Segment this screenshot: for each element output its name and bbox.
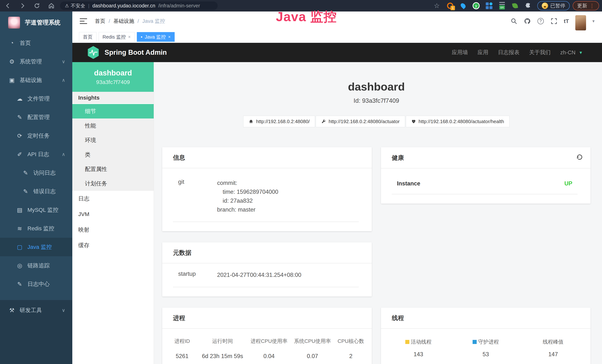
sba-language-select[interactable]: zh-CN <box>560 50 575 56</box>
instance-item-mappings[interactable]: 映射 <box>72 222 154 237</box>
insight-item-metrics[interactable]: 性能 <box>72 118 154 133</box>
sba-nav-journal[interactable]: 日志报表 <box>498 49 519 56</box>
sba-logo-icon <box>87 46 99 59</box>
instance-links: http://192.168.0.2:48080/ http://192.168… <box>162 116 591 127</box>
instance-actuator-link[interactable]: http://192.168.0.2:48080/actuator <box>316 116 405 127</box>
paused-chip[interactable]: 已暂停 <box>537 1 570 11</box>
github-icon[interactable] <box>524 18 531 25</box>
extension-grid-icon[interactable] <box>485 2 493 10</box>
sba-nav-about[interactable]: 关于我们 <box>529 49 551 56</box>
metadata-card-title: 元数据 <box>173 249 191 257</box>
tab-home[interactable]: 首页 <box>79 32 97 42</box>
sidebar-item-java-monitor[interactable]: ▢ Java 监控 <box>0 238 72 256</box>
main-area: 首页 / 基础设施 / Java 监控 ? tT ▾ 首页 Redis 监控 ×… <box>72 11 602 364</box>
sba-brand[interactable]: Spring Boot Admin <box>105 49 167 56</box>
col-header-system-cpu: 系统CPU使用率 <box>291 338 334 345</box>
info-row-label: git <box>178 179 217 214</box>
process-card: 进程 进程ID 运行时间 进程CPU使用率 系统CPU使用率 CPU核心数 52… <box>162 308 372 364</box>
sba-nav-wallboard[interactable]: 应用墙 <box>452 49 468 56</box>
close-icon[interactable]: × <box>128 34 131 40</box>
insight-item-details[interactable]: 细节 <box>72 104 154 118</box>
browser-reload-icon[interactable] <box>33 2 40 9</box>
insights-group: Insights 细节 性能 环境 类 配置属性 计划任务 <box>72 92 154 191</box>
extension-green-icon[interactable]: y <box>473 2 480 10</box>
value-process-cpu: 0.04 <box>247 353 291 360</box>
user-caret-icon[interactable]: ▾ <box>592 19 595 24</box>
sidebar-item-log-center[interactable]: ✎ 日志中心 <box>0 275 72 293</box>
extension-badge: 1 <box>451 6 455 10</box>
app-logo[interactable]: 芋道管理系统 <box>0 11 72 34</box>
instance-home-link[interactable]: http://192.168.0.2:48080/ <box>243 116 315 127</box>
sidebar-item-home[interactable]: ◔ 首页 <box>0 34 72 52</box>
extension-on-icon[interactable]: on <box>498 2 506 10</box>
sidebar-item-mysql-monitor[interactable]: ▤ MySQL 监控 <box>0 201 72 219</box>
extension-orange-icon[interactable]: 1 <box>446 2 454 10</box>
warning-icon: ⚠ <box>65 3 69 8</box>
sidebar-item-scheduled-jobs[interactable]: ⟳ 定时任务 <box>0 127 72 145</box>
language-caret-icon[interactable]: ▾ <box>580 50 582 55</box>
breadcrumb-infra[interactable]: 基础设施 <box>113 18 134 25</box>
instance-item-jvm[interactable]: JVM <box>72 206 154 222</box>
page-title: dashboard <box>162 80 591 93</box>
sidebar-item-config-management[interactable]: ✎ 配置管理 <box>0 108 72 127</box>
browser-forward-icon[interactable] <box>19 2 26 9</box>
chevron-down-icon: ∨ <box>62 59 65 64</box>
browser-home-icon[interactable] <box>48 2 55 9</box>
git-time-line: time: 1596289704000 <box>217 187 278 196</box>
font-size-icon[interactable]: tT <box>564 18 569 24</box>
tab-java-monitor[interactable]: ● Java 监控 × <box>137 32 175 42</box>
tab-redis-monitor[interactable]: Redis 监控 × <box>99 32 135 42</box>
sidebar-item-dev-tools[interactable]: ⚒ 研发工具 ∨ <box>0 300 72 321</box>
url-host: dashboard.yudao.iocoder.cn <box>92 3 155 9</box>
wrench-icon <box>321 119 326 124</box>
history-icon: ⟳ <box>15 132 24 139</box>
help-icon[interactable]: ? <box>537 18 544 25</box>
breadcrumb-home[interactable]: 首页 <box>95 18 105 25</box>
sidebar-item-infrastructure[interactable]: ▣ 基础设施 ∧ <box>0 71 72 89</box>
sidebar-item-redis-monitor[interactable]: ≋ Redis 监控 <box>0 219 72 238</box>
security-chip[interactable]: ⚠ 不安全 <box>65 3 85 9</box>
info-card: 信息 git commit: time: 1596289704000 id: 2… <box>162 147 372 231</box>
insight-item-classes[interactable]: 类 <box>72 147 154 162</box>
status-badge: UP <box>564 180 572 187</box>
extension-leaf-icon[interactable] <box>511 2 519 10</box>
breadcrumb-separator: / <box>109 18 110 24</box>
value-pid: 5261 <box>166 353 198 360</box>
fullscreen-icon[interactable] <box>550 18 558 25</box>
extension-pin-icon[interactable] <box>459 2 467 10</box>
pen-icon: ✐ <box>15 151 24 158</box>
sidebar-item-file-management[interactable]: ☁ 文件管理 <box>0 89 72 108</box>
app-avatar <box>8 17 20 29</box>
sba-nav-applications[interactable]: 应用 <box>478 49 488 56</box>
user-avatar[interactable] <box>575 15 586 30</box>
pen-icon: ✎ <box>15 281 24 288</box>
menu-fold-icon[interactable] <box>80 18 87 24</box>
bookmark-star-icon[interactable]: ☆ <box>434 2 440 10</box>
metadata-row-value: 2021-04-27T00:44:31.254+08:00 <box>217 270 301 279</box>
sidebar-item-tracing[interactable]: ◎ 链路追踪 <box>0 256 72 275</box>
browser-menu-icon[interactable]: ⋮ <box>589 3 595 9</box>
app-title: 芋道管理系统 <box>25 19 60 27</box>
sidebar-item-api-logs[interactable]: ✐ API 日志 ∧ <box>0 145 72 163</box>
sidebar-item-error-logs[interactable]: ✎ 错误日志 <box>0 182 72 201</box>
close-icon[interactable]: × <box>168 34 171 40</box>
instance-item-caches[interactable]: 缓存 <box>72 237 154 253</box>
address-bar[interactable]: ⚠ 不安全 | dashboard.yudao.iocoder.cn/infra… <box>60 1 218 10</box>
instance-item-logs[interactable]: 日志 <box>72 191 154 206</box>
update-button[interactable]: 更新 ⋮ <box>573 1 599 11</box>
instance-health-link[interactable]: http://192.168.0.2:48080/actuator/health <box>406 116 509 127</box>
sidebar-item-system[interactable]: ⚙ 系统管理 ∨ <box>0 52 72 71</box>
insight-item-environment[interactable]: 环境 <box>72 133 154 147</box>
sidebar-item-access-logs[interactable]: ✎ 访问日志 <box>0 163 72 182</box>
browser-back-icon[interactable] <box>4 2 11 9</box>
extensions-puzzle-icon[interactable] <box>524 2 532 10</box>
search-icon[interactable] <box>510 18 517 25</box>
legend-value-peak: 147 <box>519 351 587 358</box>
insight-item-config-props[interactable]: 配置属性 <box>72 162 154 176</box>
history-icon[interactable] <box>576 153 583 162</box>
heartbeat-icon <box>411 119 416 124</box>
value-system-cpu: 0.07 <box>291 353 334 360</box>
process-table-values: 5261 6d 23h 15m 59s 0.04 0.07 2 <box>166 353 368 360</box>
home-icon <box>249 119 253 124</box>
insight-item-scheduled-tasks[interactable]: 计划任务 <box>72 176 154 191</box>
